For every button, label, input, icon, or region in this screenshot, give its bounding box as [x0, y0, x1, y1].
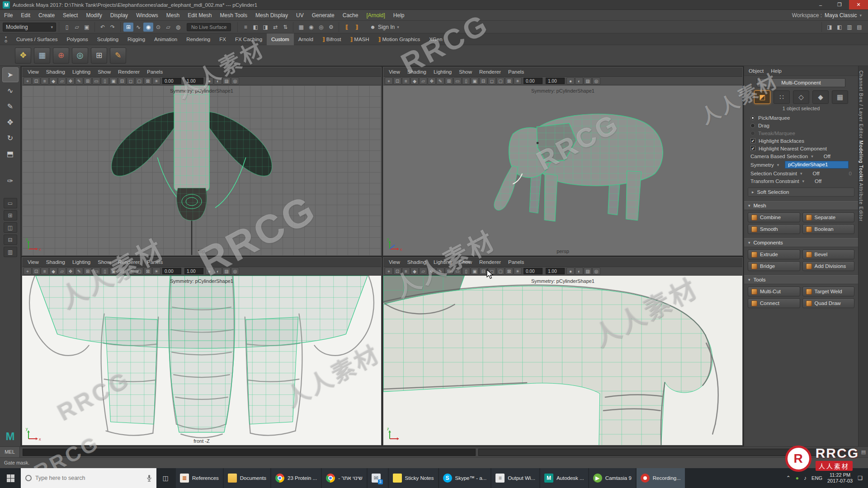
section-header-components[interactable]: ▾ Components — [744, 238, 858, 247]
safe-title-icon[interactable]: ▢ — [496, 267, 505, 275]
shelf-tab[interactable]: XGen — [425, 33, 447, 45]
taskbar-app-button[interactable]: ▶ Camtasia 9 — [589, 468, 636, 488]
menu-item[interactable]: Help — [389, 10, 409, 21]
shelf-tab[interactable]: Polygons — [62, 33, 92, 45]
gamma-field[interactable]: 1.00 — [546, 268, 565, 274]
taskbar-app-button[interactable]: ≣ References — [176, 468, 223, 488]
snap-to-projected-center-icon[interactable]: ⊙ — [153, 23, 163, 32]
viewport-menu-item[interactable]: View — [24, 258, 42, 267]
lock-camera-icon[interactable]: ⊡ — [32, 77, 40, 84]
menu-item[interactable]: Mesh Display — [251, 10, 292, 21]
viewport-menu-item[interactable]: Renderer — [114, 258, 143, 267]
safe-action-icon[interactable]: ◻ — [488, 267, 496, 275]
menu-item[interactable]: Windows — [132, 10, 162, 21]
taskbar-app-button[interactable]: Recording... — [637, 468, 685, 488]
2d-pan-zoom-icon[interactable]: ✥ — [428, 77, 436, 84]
xray-icon[interactable]: ▨ — [584, 267, 592, 275]
selection-mode-radio[interactable]: Tweak/Marquee — [744, 129, 858, 137]
camera-attributes-icon[interactable]: ≡ — [41, 77, 49, 84]
textured-display-icon[interactable]: ◐ — [214, 267, 222, 275]
shelf-icon-pen[interactable]: ✎ — [110, 47, 126, 64]
shaded-display-icon[interactable]: ● — [205, 77, 213, 84]
grid-icon[interactable]: ⊞ — [84, 77, 92, 84]
render-settings-icon[interactable]: ⚙ — [326, 23, 336, 32]
section-header-mesh[interactable]: ▾ Mesh — [744, 201, 858, 210]
open-render-view-icon[interactable]: ▦ — [296, 23, 306, 32]
viewport-menu-item[interactable]: Lighting — [69, 67, 94, 76]
image-plane-icon[interactable]: ▱ — [58, 77, 66, 84]
close-button[interactable]: ✕ — [849, 0, 868, 9]
multi-component-mode-button[interactable]: ◩ — [754, 90, 770, 104]
channel-box-toggle-icon[interactable]: ▥ — [844, 23, 854, 32]
toolkit-button[interactable]: Bridge — [748, 261, 800, 271]
safe-action-icon[interactable]: ◻ — [127, 77, 135, 84]
viewport-menu-item[interactable]: Show — [455, 258, 476, 267]
toolkit-menu-item[interactable]: Help — [771, 68, 782, 74]
grid-icon[interactable]: ⊞ — [445, 267, 453, 275]
toolkit-button[interactable]: Quad Draw — [802, 298, 855, 308]
action-center-icon[interactable]: ❏ — [858, 475, 863, 481]
soft-modification-tool[interactable]: ✑ — [2, 174, 19, 188]
mel-label[interactable]: MEL — [0, 447, 20, 457]
frame-all-icon[interactable]: ⊠ — [505, 267, 513, 275]
lasso-select-tool[interactable]: ∿ — [2, 83, 19, 98]
lock-camera-icon[interactable]: ⊡ — [393, 77, 401, 84]
viewport-menu-item[interactable]: Renderer — [476, 258, 505, 267]
frame-all-icon[interactable]: ⊠ — [144, 267, 152, 275]
exposure-field[interactable]: 0.00 — [162, 78, 181, 84]
viewport-menu-item[interactable]: Lighting — [69, 258, 94, 267]
shelf-tab[interactable]: Custom — [267, 33, 294, 45]
select-camera-icon[interactable]: ⌖ — [385, 267, 393, 275]
lock-camera-icon[interactable]: ⊡ — [393, 267, 401, 275]
shelf-tab[interactable]: Bifrost — [318, 33, 345, 45]
viewport-menu-item[interactable]: Panels — [505, 258, 528, 267]
viewport-menu-item[interactable]: View — [24, 67, 42, 76]
toolkit-button[interactable]: Multi-Cut — [748, 286, 800, 296]
menu-item[interactable]: Mesh — [162, 10, 184, 21]
viewport-front-canvas[interactable]: Symmetry: pCylinderShape1 front -Z xy — [22, 276, 381, 446]
xray-icon[interactable]: ▨ — [222, 77, 231, 84]
isolate-select-icon[interactable]: ◎ — [231, 267, 239, 275]
toolkit-dropdown-row[interactable]: Symmetry▾pCylinderShape1 — [744, 160, 858, 169]
menu-item[interactable]: Edit Mesh — [184, 10, 216, 21]
render-current-frame-icon[interactable]: ◉ — [306, 23, 316, 32]
sidebar-vertical-tab[interactable]: Modeling Toolkit — [859, 141, 864, 182]
language-indicator[interactable]: ENG — [811, 475, 822, 481]
exposure-field[interactable]: 0.00 — [524, 268, 542, 274]
maximize-button[interactable]: ❐ — [830, 0, 849, 9]
field-chart-icon[interactable]: ⊟ — [118, 267, 126, 275]
select-camera-icon[interactable]: ⌖ — [385, 77, 393, 84]
viewport-persp-canvas[interactable]: Symmetry: pCylinderShape1 persp xy — [383, 85, 742, 255]
taskbar-app-button[interactable]: - שינוי אתר — [322, 468, 366, 488]
undo-icon[interactable]: ↶ — [98, 23, 108, 32]
frame-all-icon[interactable]: ⊠ — [505, 77, 513, 84]
edge-mode-button[interactable]: ◇ — [793, 90, 809, 104]
snap-to-curves-icon[interactable]: ∿ — [133, 23, 143, 32]
menu-item[interactable]: Mesh Tools — [216, 10, 251, 21]
2d-pan-zoom-icon[interactable]: ✥ — [66, 77, 75, 84]
shelf-icon-grid[interactable]: ⊞ — [91, 47, 107, 64]
film-gate-icon[interactable]: ▭ — [453, 267, 462, 275]
camera-attributes-icon[interactable]: ≡ — [41, 267, 49, 275]
grease-pencil-icon[interactable]: ✎ — [436, 77, 444, 84]
viewport-menu-item[interactable]: Lighting — [430, 67, 455, 76]
shelf-tab[interactable]: Curves / Surfaces — [12, 33, 62, 45]
gate-mask-icon[interactable]: ▣ — [471, 77, 479, 84]
modeling-toolkit-toggle-icon[interactable]: ▤ — [854, 23, 864, 32]
snap-to-view-plane-icon[interactable]: ▱ — [163, 23, 173, 32]
image-plane-icon[interactable]: ▱ — [419, 77, 427, 84]
isolate-select-icon[interactable]: ◎ — [231, 77, 239, 84]
viewport-menu-item[interactable]: Shading — [404, 258, 430, 267]
save-scene-icon[interactable]: ▣ — [82, 23, 92, 32]
shelf-options-button[interactable]: ▾⚙ — [0, 35, 12, 43]
grid-icon[interactable]: ⊞ — [84, 267, 92, 275]
film-gate-icon[interactable]: ▭ — [92, 77, 100, 84]
viewport-menu-item[interactable]: Panels — [505, 67, 528, 76]
four-pane-layout-button[interactable]: ⊞ — [4, 210, 17, 221]
menu-item[interactable]: Cache — [339, 10, 363, 21]
viewport-menu-item[interactable]: Show — [455, 67, 476, 76]
plugin-bracket-right-icon[interactable]: ⟧ — [352, 23, 362, 32]
taskbar-app-button[interactable]: M Autodesk ... — [540, 468, 588, 488]
menu-item[interactable]: UV — [292, 10, 308, 21]
construction-history-icon[interactable]: ≡ — [241, 23, 250, 32]
